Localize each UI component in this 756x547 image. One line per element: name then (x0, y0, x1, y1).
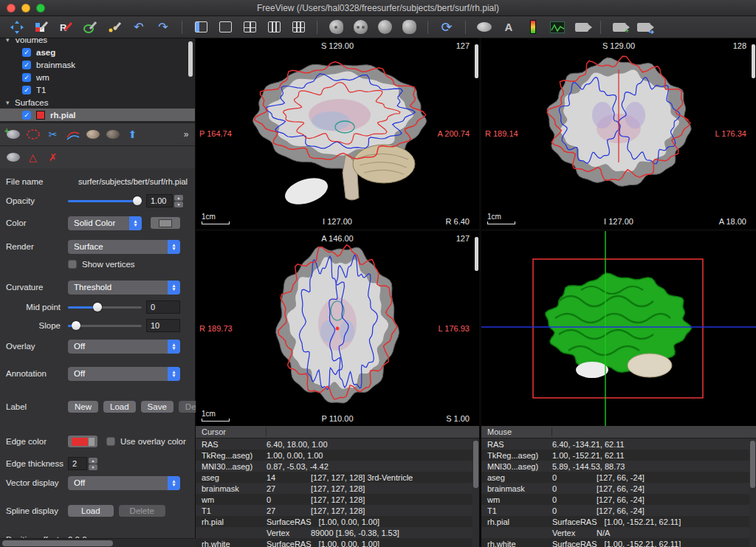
sidebar-horizontal-scrollbar[interactable] (0, 538, 196, 547)
curvature-dropdown[interactable]: Threshold ▲▼ (68, 281, 180, 295)
movie-icon[interactable] (571, 18, 593, 37)
navigate-tool-icon[interactable] (6, 18, 28, 37)
slice-scrollbar[interactable] (475, 44, 478, 78)
layout-2x3-icon[interactable] (287, 18, 309, 37)
move-up-icon[interactable]: ⬆ (123, 125, 142, 144)
opacity-value-field[interactable]: 1.00 (146, 194, 173, 207)
edge-thickness-stepper[interactable]: ▲▼ (89, 457, 97, 470)
new-surface-icon[interactable]: + (3, 125, 23, 144)
info-row[interactable]: brainmask0[127, 66, -24] (481, 483, 749, 494)
tree-item-rh-pial[interactable]: ✓ rh.pial (0, 109, 195, 121)
screenshot-add-icon[interactable]: + (608, 18, 630, 37)
opacity-slider[interactable] (68, 196, 142, 206)
path-tool-icon[interactable] (63, 125, 83, 144)
axial-view[interactable]: A 146.00 127 R 189.73 L 176.93 P 110.00 … (196, 231, 479, 426)
voxel-edit-tool-icon[interactable] (30, 18, 52, 37)
cut-path-icon[interactable]: ✂ (43, 125, 63, 144)
info-row[interactable]: VertexN/A (481, 527, 749, 538)
info-row[interactable]: TkReg...aseg)1.00, 0.00, 1.00 (196, 450, 472, 461)
reset-view-icon[interactable]: ⟳ (436, 18, 458, 37)
info-row[interactable]: rh.whiteSurfaceRAS[1.00, -152.21, 62.11] (481, 538, 749, 547)
surface-region-icon[interactable] (83, 125, 103, 144)
tree-item-surfaces[interactable]: ▾ Surfaces (0, 96, 195, 109)
info-row[interactable]: rh.whiteSurfaceRAS[1.00, 0.00, 1.00] (196, 538, 472, 547)
tree-item-aseg[interactable]: ✓ aseg (0, 46, 195, 58)
remove-path-icon[interactable]: ✗ (43, 148, 63, 167)
label-new-button[interactable]: New (68, 401, 98, 413)
label-load-button[interactable]: Load (103, 401, 136, 413)
vector-display-dropdown[interactable]: Off ▲▼ (68, 476, 180, 490)
label-save-button[interactable]: Save (141, 401, 173, 413)
layout-1x3-icon[interactable] (263, 18, 285, 37)
undo-icon[interactable]: ↶ (128, 18, 150, 37)
slice-scrollbar[interactable] (475, 237, 478, 271)
edge-color-swatch-button[interactable] (68, 436, 97, 447)
close-window-button[interactable] (7, 4, 16, 13)
tree-item-t1[interactable]: ✓ T1 (0, 83, 195, 96)
layout-2x2-icon[interactable] (238, 18, 261, 37)
render-dropdown[interactable]: Surface ▲▼ (68, 240, 180, 254)
collapse-icon[interactable]: ▾ (6, 99, 15, 106)
mid-point-slider[interactable] (68, 302, 142, 312)
spline-delete-button[interactable]: Delete (119, 505, 165, 517)
spline-load-button[interactable]: Load (68, 505, 114, 517)
time-series-icon[interactable] (546, 18, 568, 37)
lasso-select-icon[interactable] (23, 125, 43, 144)
smooth-surface-icon[interactable] (3, 148, 23, 167)
coronal-view[interactable]: S 129.00 128 R 189.14 L 176.34 I 127.00 … (481, 38, 756, 229)
info-row[interactable]: wm0[127, 127, 128] (196, 494, 472, 505)
info-row[interactable]: rh.pialSurfaceRAS[1.00, 0.00, 1.00] (196, 516, 472, 527)
info-row[interactable]: TkReg...aseg)1.00, -152.21, 62.11 (481, 450, 749, 461)
redo-icon[interactable]: ↷ (152, 18, 174, 37)
info-row[interactable]: T127[127, 127, 128] (196, 505, 472, 516)
layout-1x1-icon[interactable] (214, 18, 236, 37)
slope-slider[interactable] (68, 320, 142, 331)
color-dropdown[interactable]: Solid Color ▲▼ (68, 216, 142, 230)
info-row[interactable]: rh.pialSurfaceRAS[1.00, -152.21, 62.11] (481, 516, 749, 527)
screenshot-save-icon[interactable]: ➜ (633, 18, 655, 37)
text-annotation-icon[interactable]: A (498, 18, 520, 37)
checkbox-checked-icon[interactable]: ✓ (22, 73, 31, 82)
solid-color-swatch-button[interactable] (151, 217, 180, 229)
view-3d-icon[interactable] (398, 18, 420, 37)
tree-item-brainmask[interactable]: ✓ brainmask (0, 58, 195, 71)
collapse-icon[interactable]: ▾ (6, 38, 15, 44)
surface-color-swatch[interactable] (36, 111, 45, 120)
info-row[interactable]: aseg0[127, 66, -24] (481, 472, 749, 483)
axial-view-icon[interactable] (374, 18, 396, 37)
checkbox-checked-icon[interactable]: ✓ (22, 111, 31, 120)
info-row[interactable]: RAS6.40, 18.00, 1.00 (196, 438, 472, 450)
mouse-table-scrollbar[interactable] (750, 441, 755, 488)
recon-edit-tool-icon[interactable]: R (55, 18, 77, 37)
cursor-table-scrollbar[interactable] (473, 441, 478, 488)
opacity-stepper[interactable]: ▲▼ (174, 194, 183, 207)
info-row[interactable]: MNI30...aseg)5.89, -144.53, 88.73 (481, 461, 749, 472)
pointset-edit-tool-icon[interactable] (103, 18, 126, 37)
colorbar-icon[interactable] (522, 18, 544, 37)
checkbox-checked-icon[interactable]: ✓ (22, 86, 31, 94)
show-vertices-checkbox[interactable] (68, 260, 77, 269)
minimize-window-button[interactable] (21, 4, 30, 13)
annotation-dropdown[interactable]: Off ▲▼ (68, 367, 180, 381)
info-row[interactable]: MNI30...aseg)0.87, -5.03, -4.42 (196, 461, 472, 472)
surface-render-icon[interactable] (473, 18, 495, 37)
tree-item-wm[interactable]: ✓ wm (0, 71, 195, 83)
sagittal-view-icon[interactable] (325, 18, 347, 37)
checkbox-checked-icon[interactable]: ✓ (22, 48, 31, 57)
roi-edit-tool-icon[interactable] (79, 18, 101, 37)
sagittal-view[interactable]: S 129.00 127 P 164.74 A 200.74 I 127.00 … (196, 38, 479, 229)
overlay-dropdown[interactable]: Off ▲▼ (68, 340, 180, 354)
mid-point-field[interactable]: 0 (146, 300, 180, 314)
coronal-view-icon[interactable] (349, 18, 371, 37)
edge-thickness-field[interactable]: 2 (68, 457, 87, 470)
maximize-window-button[interactable] (36, 4, 45, 13)
slice-scrollbar[interactable] (752, 44, 755, 78)
checkbox-checked-icon[interactable]: ✓ (22, 61, 31, 69)
info-row[interactable]: wm0[127, 66, -24] (481, 494, 749, 505)
use-overlay-color-checkbox[interactable] (106, 437, 115, 446)
view-3d[interactable] (481, 231, 756, 426)
info-row[interactable]: aseg14[127, 127, 128] 3rd-Ventricle (196, 472, 472, 483)
triangle-mesh-icon[interactable]: △ (23, 148, 43, 167)
info-row[interactable]: T10[127, 66, -24] (481, 505, 749, 516)
toggle-panel-layout-icon[interactable] (190, 18, 212, 37)
